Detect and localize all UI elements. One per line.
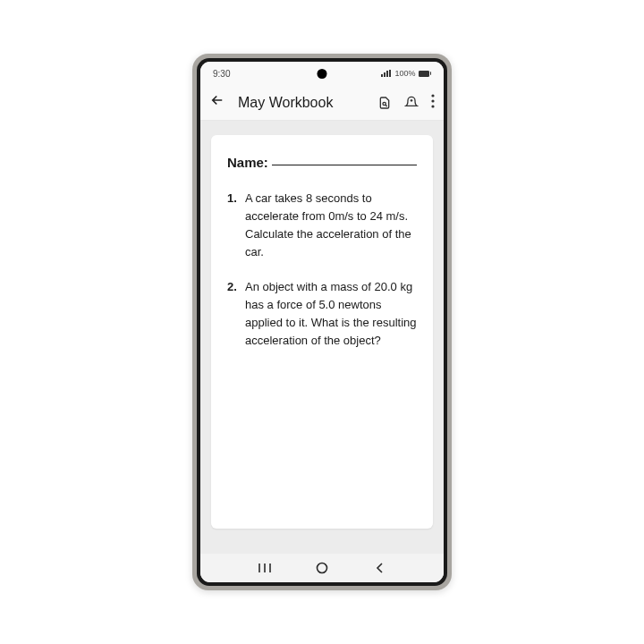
- question-2: 2. An object with a mass of 20.0 kg has …: [227, 278, 417, 351]
- nav-recents-button[interactable]: [254, 563, 275, 573]
- name-label: Name:: [227, 155, 268, 170]
- question-number: 1.: [227, 190, 240, 262]
- svg-point-4: [318, 564, 327, 573]
- svg-point-0: [383, 102, 386, 105]
- question-text: An object with a mass of 20.0 kg has a f…: [245, 278, 417, 351]
- back-button[interactable]: [209, 92, 225, 113]
- screen: 9:30 100% May Workbook: [200, 62, 444, 582]
- svg-point-3: [431, 105, 434, 107]
- phone-frame: 9:30 100% May Workbook: [192, 54, 452, 590]
- page-search-icon: [377, 96, 392, 110]
- search-in-page-button[interactable]: [377, 96, 392, 110]
- svg-point-1: [431, 94, 434, 97]
- more-vertical-icon: [431, 94, 435, 108]
- arrow-left-icon: [209, 92, 225, 108]
- app-header: May Workbook: [200, 85, 444, 121]
- question-text: A car takes 8 seconds to accelerate from…: [245, 190, 417, 262]
- system-nav-bar: [200, 554, 444, 582]
- signal-icon: [381, 70, 391, 77]
- recents-icon: [258, 563, 271, 573]
- chevron-left-icon: [375, 562, 384, 574]
- page-title: May Workbook: [238, 95, 365, 111]
- phone-bezel: 9:30 100% May Workbook: [197, 58, 447, 586]
- document-page: Name: 1. A car takes 8 seconds to accele…: [211, 135, 433, 529]
- battery-icon: [419, 71, 432, 77]
- nav-back-button[interactable]: [369, 562, 390, 574]
- svg-point-2: [431, 99, 434, 102]
- question-1: 1. A car takes 8 seconds to accelerate f…: [227, 190, 417, 262]
- more-options-button[interactable]: [431, 94, 435, 111]
- bell-plus-icon: [404, 96, 419, 110]
- status-right: 100%: [381, 69, 431, 78]
- nav-home-button[interactable]: [311, 562, 333, 574]
- notification-add-button[interactable]: [404, 96, 419, 110]
- front-camera: [318, 69, 327, 79]
- name-field-line: Name:: [227, 155, 417, 170]
- document-viewport[interactable]: Name: 1. A car takes 8 seconds to accele…: [200, 121, 444, 554]
- question-number: 2.: [227, 278, 240, 351]
- name-input-underline[interactable]: [272, 165, 417, 165]
- status-time: 9:30: [213, 69, 230, 79]
- home-circle-icon: [316, 562, 328, 574]
- battery-percent: 100%: [394, 69, 415, 78]
- header-actions: [377, 94, 435, 111]
